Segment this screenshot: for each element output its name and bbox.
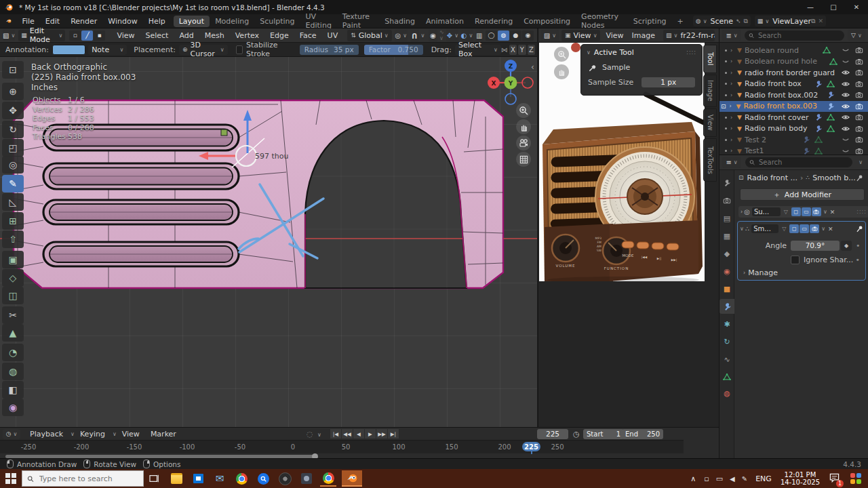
eye-closed-icon[interactable]	[842, 147, 850, 155]
taskbar-search-input[interactable]	[38, 474, 138, 484]
realtime-display-toggle[interactable]: ◻	[791, 207, 801, 216]
tool-scale[interactable]: ◰	[2, 139, 24, 157]
taskbar-search[interactable]	[22, 470, 144, 487]
tool-spin[interactable]: ◔	[2, 344, 24, 361]
clock[interactable]: 12:01 PM14-10-2025	[781, 471, 820, 486]
outliner-item-test1[interactable]: ›▼Test1	[719, 146, 868, 155]
tool-add-cube[interactable]: ⊞	[2, 212, 24, 230]
edit-mode-display-toggle[interactable]: ▽	[779, 224, 789, 233]
render-display-toggle[interactable]	[812, 207, 821, 216]
tool-extrude-region[interactable]: ⇧	[2, 230, 24, 248]
drag-dropdown[interactable]: Select Box∨	[455, 45, 501, 55]
eye-open-icon[interactable]	[842, 80, 850, 88]
vp-menu-select[interactable]: Select	[140, 31, 174, 40]
axis-gizmo[interactable]: Z X Y	[488, 60, 533, 104]
tab-particles-icon[interactable]: ✱	[719, 317, 734, 331]
tab-viewlayer-icon[interactable]: ▦	[719, 228, 734, 243]
face-select-mode[interactable]: ▪	[94, 30, 105, 41]
modifier-extras-dropdown[interactable]: ∨	[823, 209, 827, 215]
pin-icon[interactable]	[856, 225, 863, 232]
tab-output-icon[interactable]: ▤	[719, 211, 734, 226]
zoom-button[interactable]	[516, 103, 531, 118]
pivot-dropdown[interactable]: ◎∨	[395, 30, 408, 41]
tab-constraints-icon[interactable]: ∿	[719, 352, 734, 367]
grid-ortho-button[interactable]	[516, 152, 531, 167]
outliner-item-test-2[interactable]: ›▼Test 2	[719, 134, 868, 145]
eye-open-icon[interactable]	[842, 102, 850, 110]
vp-menu-face[interactable]: Face	[294, 31, 322, 40]
viewport-display-toggle[interactable]: ▭	[802, 207, 811, 216]
tool-move[interactable]: ✥	[2, 102, 24, 119]
vertex-select-mode[interactable]: ▫	[69, 30, 81, 41]
image-mode-dropdown[interactable]: ▣View∨	[561, 30, 600, 41]
copy-viewlayer-icon[interactable]: ⧉	[811, 18, 815, 25]
tab-data-icon[interactable]	[719, 369, 734, 384]
tool-inset-faces[interactable]: ▣	[2, 251, 24, 268]
tab-scene-icon[interactable]: ◆	[719, 246, 734, 261]
edge-select-mode[interactable]: ╱	[81, 30, 93, 41]
menu-file[interactable]: File	[16, 17, 39, 26]
blender-menu-icon[interactable]	[5, 17, 12, 25]
viewlayer-selector[interactable]: ▦∨ ViewLayer ⧉ ✕	[755, 16, 826, 26]
modifier-subdivision-header[interactable]: › ◎ Su... ▽ ◻ ▭ ∨ ✕ ::::	[738, 206, 868, 218]
image-datablock[interactable]: ▨∨ fr22-fm-radi	[663, 30, 715, 41]
factor-slider[interactable]: Factor0.750	[364, 45, 423, 55]
eye-open-icon[interactable]	[842, 91, 850, 99]
scene-selector[interactable]: ◍∨ Scene ➴ ⧉	[693, 16, 751, 26]
menu-window[interactable]: Window	[102, 17, 142, 26]
close-icon[interactable]: ✕	[830, 209, 835, 216]
camera-visibility-icon[interactable]	[855, 46, 863, 54]
properties-search-input[interactable]	[757, 158, 848, 167]
outliner-item-radio-front-box-002[interactable]: ›▼Radio front box.002	[719, 89, 868, 100]
timeline-editor-type[interactable]: ◷∨	[3, 429, 20, 439]
blender-taskbar-icon[interactable]	[342, 470, 362, 487]
camera-visibility-icon[interactable]	[855, 58, 863, 66]
editor-type-button[interactable]: ▨∨	[541, 30, 559, 41]
snap-dropdown[interactable]: ∨	[421, 33, 425, 39]
properties-options-dropdown[interactable]: ∨	[859, 159, 863, 165]
tray-network-icon[interactable]: ▭	[716, 474, 723, 483]
xray-toggle[interactable]: ▥	[475, 30, 484, 41]
workspace-tab-compositing[interactable]: Compositing	[518, 16, 576, 27]
shading-solid-icon[interactable]: ◍	[498, 30, 509, 41]
scene-name[interactable]: Scene	[711, 17, 734, 26]
search-app-icon[interactable]	[255, 470, 271, 487]
tab-tool-icon[interactable]	[719, 176, 734, 190]
tab-material-icon[interactable]: ◍	[719, 386, 734, 401]
angle-value-field[interactable]: 70.9°	[791, 241, 840, 251]
breadcrumb-modifier[interactable]: Smooth b...	[812, 174, 855, 182]
viewport-3d[interactable]: 597 thou Z X Y ‹ ⊡	[0, 57, 537, 427]
chrome-profile-icon[interactable]	[320, 470, 336, 487]
end-frame-field[interactable]: End250	[622, 429, 663, 439]
show-overlays-toggle[interactable]: ◐∨	[460, 30, 473, 41]
modifier-extras-dropdown[interactable]: ∨	[821, 226, 825, 232]
tool-cursor[interactable]: ⊕	[2, 83, 24, 100]
placement-dropdown[interactable]: ⊕3D Cursor∨	[179, 45, 228, 55]
properties-editor-type[interactable]: ≡∨	[722, 157, 741, 168]
timeline-editor[interactable]: ◷∨ Playback∨ Keying∨ View Marker ◌ ∨ |◀ …	[0, 427, 719, 458]
modifier-name-field[interactable]: Su...	[752, 207, 781, 216]
tool-loop-cut[interactable]: ◫	[2, 287, 24, 304]
tool-tweak-select[interactable]: ⊡	[2, 61, 24, 79]
annotation-color-swatch[interactable]	[52, 45, 85, 55]
microsoft-store-icon[interactable]	[190, 470, 206, 487]
orientation-dropdown[interactable]: ⇅Global∨	[347, 30, 392, 41]
prev-keyframe-button[interactable]: ◀◀	[342, 429, 353, 439]
ignore-sharpness-checkbox[interactable]	[791, 256, 800, 264]
tool-poly-build[interactable]: ▲	[2, 324, 24, 342]
realtime-display-toggle[interactable]: ◻	[789, 224, 799, 233]
mail-icon[interactable]: ✉	[212, 470, 228, 487]
pan-hand-button[interactable]	[516, 119, 531, 134]
workspace-tab-sculpting[interactable]: Sculpting	[254, 16, 300, 27]
workspace-tab-shading[interactable]: Shading	[379, 16, 420, 27]
tool-shrink-fatten[interactable]: ◉	[2, 399, 24, 416]
workspace-tab-modeling[interactable]: Modeling	[210, 16, 254, 27]
img-menu-view[interactable]: View	[601, 31, 627, 40]
tray-volume-icon[interactable]: ◀	[730, 475, 735, 483]
falloff-dropdown[interactable]: ∿ ∨	[439, 29, 446, 41]
outliner-search-input[interactable]	[757, 31, 840, 40]
mirror-x-toggle[interactable]: X	[509, 45, 517, 55]
camera-visibility-icon[interactable]	[855, 136, 863, 144]
camera-visibility-icon[interactable]	[855, 102, 863, 110]
outliner-item-radio-front-box[interactable]: ›▼Radio front box	[719, 79, 868, 89]
